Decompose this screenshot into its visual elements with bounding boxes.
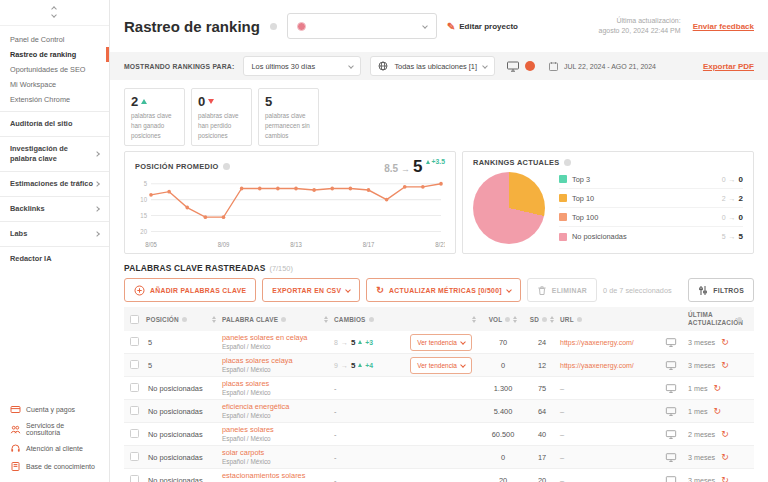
url-link[interactable]: https://yaaxenergy.com/	[560, 339, 634, 346]
column-sd[interactable]: SD	[524, 316, 560, 323]
trend-button[interactable]: Ver tendencia	[410, 334, 472, 351]
position-value: No posicionadas	[146, 407, 222, 416]
row-checkbox[interactable]	[130, 383, 139, 392]
column-vol[interactable]: VOL	[482, 316, 524, 323]
sidebar-item-cuenta-pagos[interactable]: Cuenta y pagos	[0, 404, 109, 415]
period-dropdown[interactable]: Los últimos 30 días	[243, 56, 361, 76]
info-icon[interactable]	[223, 163, 230, 170]
feedback-link[interactable]: Enviar feedback	[693, 22, 754, 31]
column-posicion[interactable]: POSICIÓN	[146, 316, 222, 323]
update-metrics-button[interactable]: ↻ ACTUALIZAR MÉTRICAS [0/500]	[366, 278, 521, 302]
change-dash: -	[334, 407, 336, 416]
volume-value: 1.300	[482, 384, 524, 393]
table-header: POSICIÓN PALABRA CLAVE CAMBIOS VOL SD UR…	[124, 307, 754, 331]
sidebar-section-labs[interactable]: Labs	[0, 221, 109, 246]
refresh-icon[interactable]: ↻	[721, 361, 729, 370]
refresh-icon[interactable]: ↻	[714, 407, 722, 416]
keyword-link[interactable]: paneles solares	[222, 426, 334, 435]
project-dropdown[interactable]	[287, 13, 437, 39]
column-cambios[interactable]: CAMBIOS	[334, 316, 482, 323]
volume-value: 5.400	[482, 407, 524, 416]
table-row[interactable]: No posicionadas paneles solaresEspañol /…	[124, 423, 754, 446]
desktop-icon	[665, 429, 677, 440]
refresh-icon[interactable]: ↻	[721, 476, 729, 482]
sidebar-section-auditoria[interactable]: Auditoría del sitio	[0, 111, 109, 136]
row-checkbox[interactable]	[130, 429, 139, 438]
sidebar-section-backlinks[interactable]: Backlinks	[0, 196, 109, 221]
info-icon[interactable]	[270, 23, 277, 30]
info-icon	[182, 317, 187, 322]
sidebar-project-selector[interactable]	[0, 0, 109, 26]
sidebar-item-rastreo-de-ranking[interactable]: Rastreo de ranking	[0, 47, 109, 62]
globe-icon	[378, 61, 388, 71]
date-range-picker[interactable]: JUL 22, 2024 - AGO 21, 2024	[548, 61, 656, 72]
keyword-link[interactable]: eficiencia energética	[222, 403, 334, 412]
updated-value: 1 mes	[688, 384, 708, 393]
rankings-pie-chart[interactable]	[473, 172, 545, 244]
column-ultima-actualizacion[interactable]: ÚLTIMA ACTUALIZACIÓN	[688, 311, 754, 326]
select-all-checkbox[interactable]	[130, 315, 139, 324]
keyword-link[interactable]: paneles solares en celaya	[222, 334, 334, 343]
filters-button[interactable]: FILTROS	[688, 278, 754, 302]
mobile-device-dot-icon[interactable]	[525, 61, 535, 71]
volume-value: 70	[482, 338, 524, 347]
locations-dropdown[interactable]: Todas las ubicaciones [1]	[370, 56, 495, 76]
column-palabra-clave[interactable]: PALABRA CLAVE	[222, 316, 334, 323]
row-checkbox[interactable]	[130, 337, 139, 346]
sidebar-item-servicios-consultoria[interactable]: Servicios de consultoría	[0, 422, 109, 436]
add-keywords-button[interactable]: AÑADIR PALABRAS CLAVE	[124, 278, 256, 302]
row-checkbox[interactable]	[130, 360, 139, 369]
sidebar-section-estimaciones[interactable]: Estimaciones de tráfico	[0, 171, 109, 196]
desktop-icon	[665, 452, 677, 463]
sidebar-item-oportunidades-seo[interactable]: Oportunidades de SEO	[0, 62, 109, 77]
table-row[interactable]: 5 paneles solares en celayaEspañol / Méx…	[124, 331, 754, 354]
change-dash: -	[334, 453, 336, 462]
average-position-card: POSICIÓN PROMEDIO 8.5 → 5 +3.5 51015208/…	[124, 151, 456, 254]
delete-button[interactable]: ELIMINAR	[527, 278, 597, 302]
desktop-icon	[665, 406, 677, 417]
table-row[interactable]: No posicionadas eficiencia energéticaEsp…	[124, 400, 754, 423]
keyword-link[interactable]: estacionamientos solares	[222, 472, 334, 481]
keyword-locale: Español / México	[222, 366, 334, 374]
sidebar-item-extension-chrome[interactable]: Extensión Chrome	[0, 92, 109, 107]
refresh-icon[interactable]: ↻	[721, 338, 729, 347]
average-position-line-chart[interactable]: 51015208/058/098/138/178/21	[135, 175, 445, 251]
sidebar-section-redactor-ia[interactable]: Redactor IA	[0, 246, 109, 271]
edit-project-button[interactable]: ✎ Editar proyecto	[447, 21, 518, 32]
sidebar-section-investigacion[interactable]: Investigación de palabra clave	[0, 136, 109, 171]
headset-icon	[10, 443, 21, 454]
url-link[interactable]: https://yaaxenergy.com/	[560, 362, 634, 369]
sidebar-item-base-conocimiento[interactable]: Base de conocimiento	[0, 461, 109, 472]
trend-button[interactable]: Ver tendencia	[410, 357, 472, 374]
export-csv-button[interactable]: EXPORTAR EN CSV	[262, 278, 360, 302]
sd-value: 24	[524, 338, 560, 347]
sidebar-footer: Cuenta y pagos Servicios de consultoría …	[0, 396, 109, 482]
filter-sliders-icon	[698, 285, 708, 296]
export-pdf-link[interactable]: Exportar PDF	[703, 62, 754, 71]
row-checkbox[interactable]	[130, 452, 139, 461]
keyword-link[interactable]: placas solares	[222, 380, 334, 389]
row-checkbox[interactable]	[130, 406, 139, 415]
updated-value: 3 meses	[688, 361, 715, 370]
table-row[interactable]: No posicionadas placas solaresEspañol / …	[124, 377, 754, 400]
refresh-icon[interactable]: ↻	[721, 430, 729, 439]
refresh-icon[interactable]: ↻	[721, 453, 729, 462]
desktop-icon	[665, 475, 677, 482]
sidebar-item-panel-de-control[interactable]: Panel de Control	[0, 32, 109, 47]
up-triangle-icon	[141, 99, 147, 104]
info-icon[interactable]	[564, 159, 571, 166]
table-row[interactable]: No posicionadas estacionamientos solares…	[124, 469, 754, 482]
sidebar-item-atencion-cliente[interactable]: Atención al cliente	[0, 443, 109, 454]
sidebar-item-mi-workspace[interactable]: Mi Workspace	[0, 77, 109, 92]
showing-label: MOSTRANDO RANKINGS PARA:	[124, 63, 234, 70]
device-toggle[interactable]	[506, 60, 535, 73]
row-checkbox[interactable]	[130, 475, 139, 482]
keyword-link[interactable]: solar carpots	[222, 449, 334, 458]
column-url[interactable]: URL	[560, 316, 654, 323]
keyword-link[interactable]: placas solares celaya	[222, 357, 334, 366]
refresh-icon[interactable]: ↻	[714, 384, 722, 393]
chevron-right-icon	[94, 206, 100, 212]
table-row[interactable]: No posicionadas solar carpotsEspañol / M…	[124, 446, 754, 469]
table-row[interactable]: 5 placas solares celayaEspañol / México …	[124, 354, 754, 377]
keyword-cell: solar carpotsEspañol / México	[222, 449, 334, 466]
